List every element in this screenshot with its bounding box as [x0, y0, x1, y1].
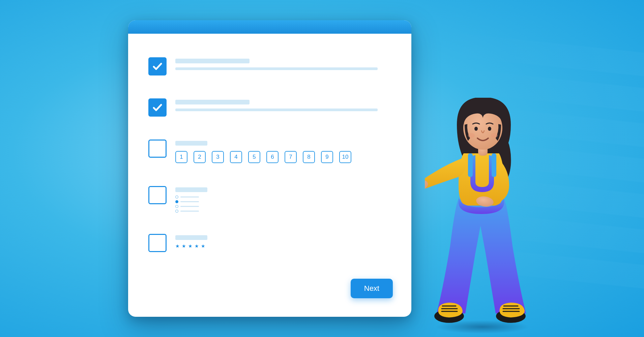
- scale-option-8[interactable]: 8: [303, 151, 315, 163]
- star-question: ★ ★ ★ ★ ★: [175, 234, 391, 249]
- checkbox-unchecked[interactable]: [148, 234, 167, 252]
- svg-point-6: [474, 127, 478, 131]
- star-rating[interactable]: ★ ★ ★ ★ ★: [175, 243, 391, 249]
- scale-option-7[interactable]: 7: [285, 151, 297, 163]
- window-titlebar: [128, 20, 411, 34]
- checkbox-checked[interactable]: [148, 57, 167, 75]
- checkbox-unchecked[interactable]: [148, 186, 167, 204]
- question-text-placeholder: [175, 98, 391, 111]
- scale-option-10[interactable]: 10: [339, 151, 351, 163]
- scale-option-3[interactable]: 3: [212, 151, 224, 163]
- scale-option-6[interactable]: 6: [266, 151, 279, 163]
- svg-rect-1: [492, 153, 496, 177]
- scale-option-1[interactable]: 1: [175, 151, 187, 163]
- survey-content: 1 2 3 4 5 6 7 8 9 10: [128, 34, 411, 282]
- radio-group: [175, 195, 391, 213]
- star-icon[interactable]: ★: [188, 243, 193, 249]
- figure-shadow: [435, 320, 529, 334]
- svg-rect-0: [468, 153, 473, 177]
- question-row-4: [148, 186, 391, 214]
- svg-point-7: [488, 127, 491, 131]
- question-text-placeholder: [175, 57, 391, 70]
- svg-point-8: [468, 133, 475, 138]
- radio-option[interactable]: [175, 195, 391, 198]
- svg-point-9: [491, 133, 498, 138]
- survey-window: 1 2 3 4 5 6 7 8 9 10: [128, 20, 411, 317]
- star-icon[interactable]: ★: [175, 243, 180, 249]
- star-icon[interactable]: ★: [201, 243, 206, 249]
- checkbox-checked[interactable]: [148, 98, 167, 117]
- scale-question: 1 2 3 4 5 6 7 8 9 10: [175, 140, 391, 163]
- radio-option[interactable]: [175, 200, 391, 203]
- character-svg: [425, 84, 539, 330]
- star-icon[interactable]: ★: [182, 243, 187, 249]
- radio-option[interactable]: [175, 210, 391, 213]
- presenter-illustration: [425, 84, 539, 330]
- scale-option-9[interactable]: 9: [321, 151, 333, 163]
- checkbox-unchecked[interactable]: [148, 140, 167, 158]
- next-button[interactable]: Next: [351, 279, 393, 298]
- scale-option-2[interactable]: 2: [194, 151, 206, 163]
- radio-question: [175, 186, 391, 214]
- radio-option[interactable]: [175, 205, 391, 208]
- checkmark-icon: [151, 60, 164, 72]
- question-row-3: 1 2 3 4 5 6 7 8 9 10: [148, 140, 391, 163]
- question-row-2: [148, 98, 391, 117]
- scale-option-4[interactable]: 4: [230, 151, 242, 163]
- rating-scale: 1 2 3 4 5 6 7 8 9 10: [175, 151, 391, 163]
- question-row-5: ★ ★ ★ ★ ★: [148, 234, 391, 252]
- question-row-1: [148, 57, 391, 75]
- checkmark-icon: [151, 101, 164, 114]
- scale-option-5[interactable]: 5: [248, 151, 260, 163]
- star-icon[interactable]: ★: [195, 243, 200, 249]
